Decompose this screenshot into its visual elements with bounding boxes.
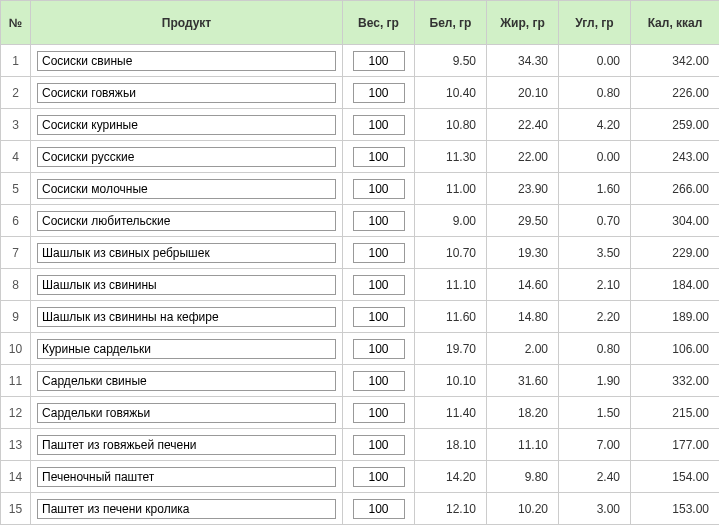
product-cell [31, 493, 343, 525]
row-number: 6 [1, 205, 31, 237]
product-input[interactable] [37, 147, 336, 167]
row-number: 11 [1, 365, 31, 397]
weight-input[interactable] [353, 435, 405, 455]
product-cell [31, 365, 343, 397]
fat-cell: 20.10 [487, 77, 559, 109]
table-row: 1211.4018.201.50215.00 [1, 397, 720, 429]
product-cell [31, 77, 343, 109]
row-number: 10 [1, 333, 31, 365]
row-number: 14 [1, 461, 31, 493]
fat-cell: 22.00 [487, 141, 559, 173]
product-input[interactable] [37, 179, 336, 199]
weight-input[interactable] [353, 403, 405, 423]
product-cell [31, 173, 343, 205]
weight-input[interactable] [353, 51, 405, 71]
protein-cell: 12.10 [415, 493, 487, 525]
weight-cell [343, 109, 415, 141]
protein-cell: 11.30 [415, 141, 487, 173]
fat-cell: 9.80 [487, 461, 559, 493]
weight-input[interactable] [353, 339, 405, 359]
product-cell [31, 269, 343, 301]
product-input[interactable] [37, 211, 336, 231]
row-number: 15 [1, 493, 31, 525]
fat-cell: 11.10 [487, 429, 559, 461]
protein-cell: 18.10 [415, 429, 487, 461]
product-input[interactable] [37, 339, 336, 359]
col-header-weight: Вес, гр [343, 1, 415, 45]
protein-cell: 10.70 [415, 237, 487, 269]
product-input[interactable] [37, 243, 336, 263]
weight-input[interactable] [353, 83, 405, 103]
weight-cell [343, 429, 415, 461]
carb-cell: 4.20 [559, 109, 631, 141]
weight-input[interactable] [353, 467, 405, 487]
table-row: 210.4020.100.80226.00 [1, 77, 720, 109]
row-number: 5 [1, 173, 31, 205]
product-input[interactable] [37, 275, 336, 295]
kcal-cell: 243.00 [631, 141, 720, 173]
kcal-cell: 229.00 [631, 237, 720, 269]
product-input[interactable] [37, 403, 336, 423]
product-input[interactable] [37, 51, 336, 71]
weight-input[interactable] [353, 115, 405, 135]
weight-cell [343, 269, 415, 301]
carb-cell: 1.60 [559, 173, 631, 205]
weight-input[interactable] [353, 275, 405, 295]
fat-cell: 14.80 [487, 301, 559, 333]
weight-cell [343, 237, 415, 269]
protein-cell: 9.50 [415, 45, 487, 77]
table-row: 19.5034.300.00342.00 [1, 45, 720, 77]
carb-cell: 7.00 [559, 429, 631, 461]
product-input[interactable] [37, 83, 336, 103]
product-cell [31, 333, 343, 365]
weight-input[interactable] [353, 243, 405, 263]
protein-cell: 10.10 [415, 365, 487, 397]
weight-cell [343, 365, 415, 397]
protein-cell: 10.80 [415, 109, 487, 141]
product-cell [31, 429, 343, 461]
col-header-protein: Бел, гр [415, 1, 487, 45]
weight-input[interactable] [353, 499, 405, 519]
weight-input[interactable] [353, 307, 405, 327]
product-input[interactable] [37, 307, 336, 327]
product-cell [31, 45, 343, 77]
kcal-cell: 153.00 [631, 493, 720, 525]
col-header-carb: Угл, гр [559, 1, 631, 45]
product-input[interactable] [37, 435, 336, 455]
carb-cell: 0.00 [559, 141, 631, 173]
fat-cell: 34.30 [487, 45, 559, 77]
kcal-cell: 259.00 [631, 109, 720, 141]
weight-cell [343, 333, 415, 365]
table-row: 911.6014.802.20189.00 [1, 301, 720, 333]
carb-cell: 2.20 [559, 301, 631, 333]
table-row: 1512.1010.203.00153.00 [1, 493, 720, 525]
col-header-kcal: Кал, ккал [631, 1, 720, 45]
carb-cell: 0.70 [559, 205, 631, 237]
carb-cell: 2.40 [559, 461, 631, 493]
weight-input[interactable] [353, 211, 405, 231]
protein-cell: 11.10 [415, 269, 487, 301]
protein-cell: 10.40 [415, 77, 487, 109]
product-cell [31, 461, 343, 493]
table-row: 511.0023.901.60266.00 [1, 173, 720, 205]
carb-cell: 1.50 [559, 397, 631, 429]
weight-input[interactable] [353, 179, 405, 199]
product-cell [31, 205, 343, 237]
table-row: 1110.1031.601.90332.00 [1, 365, 720, 397]
kcal-cell: 106.00 [631, 333, 720, 365]
weight-input[interactable] [353, 371, 405, 391]
kcal-cell: 189.00 [631, 301, 720, 333]
fat-cell: 29.50 [487, 205, 559, 237]
carb-cell: 2.10 [559, 269, 631, 301]
product-input[interactable] [37, 499, 336, 519]
protein-cell: 14.20 [415, 461, 487, 493]
weight-cell [343, 141, 415, 173]
product-input[interactable] [37, 371, 336, 391]
table-row: 69.0029.500.70304.00 [1, 205, 720, 237]
fat-cell: 22.40 [487, 109, 559, 141]
table-row: 411.3022.000.00243.00 [1, 141, 720, 173]
product-input[interactable] [37, 115, 336, 135]
weight-input[interactable] [353, 147, 405, 167]
row-number: 2 [1, 77, 31, 109]
product-input[interactable] [37, 467, 336, 487]
